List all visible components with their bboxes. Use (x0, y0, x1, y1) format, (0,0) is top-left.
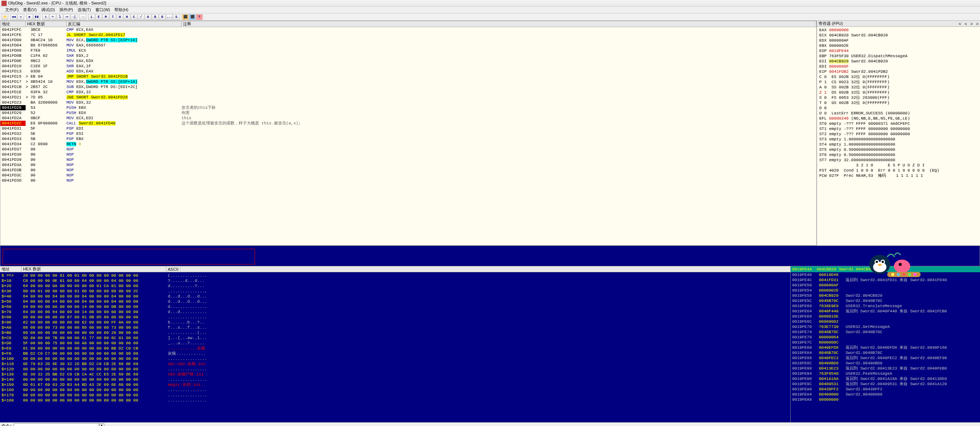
tb-callstack[interactable]: K (145, 14, 151, 20)
disasm-row[interactable]: 0041FCFC 3BC8CMP ECX,EAX (0, 27, 816, 32)
disasm-row[interactable]: 0041FD1E 83FA 32CMP EDX,32 (0, 89, 816, 95)
disasm-row[interactable]: 0041FD04 B8 67666666MOV EAX,66666667 (0, 43, 816, 48)
tb-run-icon[interactable]: ▶ (26, 14, 33, 20)
register-line[interactable]: D 0 (819, 105, 978, 111)
hex-row[interactable]: $+1106E 70 63 2D 6E 30 32 2D BB D2 C0 CB… (2, 361, 789, 367)
hex-row[interactable]: $+1306E 30 32 2D BB D2 C0 CB CA AC CC E5… (2, 372, 789, 377)
disasm-row[interactable]: 0041FD33 5BPOP EBX (0, 136, 816, 142)
register-line[interactable]: ST4 empty 1.0000000000000000000 (819, 142, 978, 147)
tb-stepinto-icon[interactable]: ↴ (42, 14, 49, 20)
stack-row[interactable]: 0019FE740048B70CSword2.0048B70C (792, 329, 978, 335)
tb-traceover-icon[interactable]: ⤻ (64, 14, 70, 20)
tb-handles[interactable]: H (124, 14, 130, 20)
register-line[interactable]: ST5 empty 0.5000000000000000000 (819, 147, 978, 152)
hex-row[interactable]: $+B000 00 00 00 00 00 00 00 00 00 00 00 … (2, 330, 789, 335)
hex-row[interactable]: $+6064 00 00 00 0A 00 00 00 14 00 00 00 … (2, 304, 789, 310)
tb-log[interactable]: L (88, 14, 95, 20)
tb-stepover-icon[interactable]: ↷ (49, 14, 56, 20)
tb-pause-icon[interactable]: ∎∎ (33, 14, 40, 20)
stack-row[interactable]: 0019FE94763F6540USER32.PeekMessageA (792, 371, 978, 376)
stack-row[interactable]: 0019FE4C0041FD31返回到 Sword2.0041FD31 来自 S… (792, 278, 978, 282)
disasm-row[interactable]: 0041FD09 F7E9IMUL ECX (0, 48, 816, 53)
disasm-row[interactable]: 0041FD3C 90NOP (0, 173, 816, 178)
register-line[interactable]: P 1 CS 0023 32位 0(FFFFFFFF) (819, 80, 978, 85)
stack-row[interactable]: 0019FE980041A16A返回到 Sword2.0041A16A 来自 S… (792, 376, 978, 381)
stack-row[interactable]: 0019FE7C0000000C (792, 340, 978, 345)
info-pane[interactable] (0, 246, 980, 266)
disasm-row[interactable]: 0041FD39 90NOP (0, 157, 816, 162)
hex-row[interactable]: $+10000 00 00 00 00 00 00 00 00 00 00 00… (2, 356, 789, 361)
reg-nav-icons[interactable]: < < > > (959, 22, 978, 26)
hex-row[interactable]: $+C05D 00 00 00 7B 00 00 00 61 77 00 00 … (2, 335, 789, 341)
disasm-row[interactable]: 0041FD2C E8 0F000000CALL Sword2.0041FD40… (0, 121, 816, 126)
register-line[interactable]: EDI 0000000F (819, 64, 978, 69)
register-line[interactable]: Z 1 DS 002B 32位 0(FFFFFFFF) (819, 90, 978, 95)
stack-row[interactable]: 0019FE680000016E (792, 314, 978, 319)
register-line[interactable]: C 0 ES 002B 32位 0(FFFFFFFF) (819, 74, 978, 80)
register-line[interactable]: FST 4020 Cond 1 0 0 0 Err 0 0 1 0 0 0 0 … (819, 168, 978, 173)
hex-row[interactable]: $+A066 00 00 00 73 00 00 00 66 00 00 00 … (2, 325, 789, 330)
stack-row[interactable]: 0019FE880040FEC2返回到 Sword2.0040FEC2 来自 S… (792, 356, 978, 361)
menu-window[interactable]: 窗口(W) (95, 7, 110, 13)
disasm-row[interactable]: 0041FD3B 90NOP (0, 168, 816, 173)
hex-row[interactable]: $+16000 00 00 00 00 00 00 00 00 00 00 00… (2, 388, 789, 392)
disasm-row[interactable]: 0041FD17> 8B5424 10MOV EDX,DWORD PTR SS:… (0, 79, 816, 84)
hex-col-addr[interactable]: 地址 (0, 266, 22, 272)
tb-source[interactable]: S (173, 14, 180, 20)
hex-row[interactable]: $+2064 00 00 00 0A 00 00 00 00 00 01 CA … (2, 283, 789, 289)
tb-goto-icon[interactable]: → (80, 14, 86, 20)
disasm-row[interactable]: 0041FD37 90NOP (0, 147, 816, 152)
hex-row[interactable]: $+14000 00 00 00 00 00 00 00 00 00 00 00… (2, 377, 789, 382)
register-line[interactable]: T 0 GS 002B 32位 0(FFFFFFFF) (819, 100, 978, 105)
hex-row[interactable]: $+8000 00 00 00 00 00 07 00 01 0B 05 08 … (2, 314, 789, 320)
stack-row[interactable]: 0019FEA000439FF2Sword2.00439FF2 (792, 387, 978, 392)
hex-row[interactable]: $+12000 00 00 00 00 00 00 00 00 00 00 00… (2, 367, 789, 372)
tb-references[interactable]: R (159, 14, 165, 20)
menu-plugins[interactable]: 插件(P) (59, 7, 73, 13)
tb-traceinto-icon[interactable]: ⤵ (56, 14, 63, 20)
col-hexdata[interactable]: HEX 数据 (25, 21, 67, 27)
hex-row[interactable]: $+18000 00 00 00 00 00 00 00 00 00 00 00… (2, 398, 789, 403)
stack-row[interactable]: 0019FE9C00409531返回到 Sword2.00409531 来自 S… (792, 381, 978, 387)
disasm-row[interactable]: 0041FD00 8B4C24 10MOV ECX,DWORD PTR SS:[… (0, 38, 816, 43)
disasm-row[interactable]: 0041FCFE 7C 17JL SHORT Sword2.0041FD17 (0, 32, 816, 38)
tb-opt3-icon[interactable]: ? (196, 14, 203, 20)
register-line[interactable]: EBP 763F5F30 USER32.DispatchMessageA (819, 53, 978, 59)
hex-row[interactable]: $+10C0 00 00 00 0E 01 00 00 64 00 00 00 … (2, 278, 789, 283)
hex-row[interactable]: $+7064 00 00 00 64 00 00 00 14 00 00 00 … (2, 310, 789, 314)
registers-pane[interactable]: 寄存器 (FPU) < < > > EAX 00000000ECX 004CB9… (817, 21, 980, 246)
disasm-row[interactable]: 0041FD0B C1FA 02SAR EDX,2 (0, 53, 816, 58)
stack-row[interactable]: 0019FEA400400000Sword2.00400000 (792, 392, 978, 397)
tb-windows[interactable]: W (116, 14, 123, 20)
stack-row[interactable]: 0019FE640040F440返回到 Sword2.0040F440 来自 S… (792, 309, 978, 314)
menu-debug[interactable]: 调试(D) (41, 7, 55, 13)
register-line[interactable]: EDX 000000AF (819, 38, 978, 43)
stack-row[interactable]: 0019FE540000002E (792, 288, 978, 293)
hex-row[interactable]: $+5064 00 00 00 64 00 00 00 64 00 00 00 … (2, 299, 789, 304)
hex-row[interactable]: $+9062 00 00 00 00 00 00 00 62 00 00 00 … (2, 320, 789, 325)
stack-row[interactable]: 0019FE7800000064 (792, 335, 978, 340)
register-line[interactable]: ESP 0019FE44 (819, 48, 978, 53)
register-line[interactable]: ESI 004CB920 Sword2.004CB920 (819, 59, 978, 64)
hex-row[interactable]: $ ==>28 00 00 00 00 01 00 01 00 00 00 00… (2, 273, 789, 278)
register-line[interactable]: ST0 empty -??? FFFF 00000371 4A6CFEFC (819, 121, 978, 126)
hex-row[interactable]: $+4064 00 00 00 64 00 00 00 64 00 00 00 … (2, 294, 789, 299)
disasm-row[interactable]: 0041FD31 5FPOP EDI (0, 126, 816, 131)
disassembly-pane[interactable]: 地址 HEX 数据 反汇编 注释 0041FCFC 3BC8CMP ECX,EA… (0, 21, 816, 245)
tb-cpu[interactable]: C (130, 14, 137, 20)
register-line[interactable]: ST7 empty 32.000000000000000000 (819, 158, 978, 163)
register-line[interactable]: O 0 LastErr ERROR_SUCCESS (00000000) (819, 111, 978, 116)
register-line[interactable]: EFL 00000246 (NO,NB,E,BE,NS,PE,GE,LE) (819, 116, 978, 121)
disasm-row[interactable]: 0041FD34 C2 0800RETN 8 (0, 142, 816, 147)
disasm-row[interactable]: 0041FD1B> 2B57 2CSUB EDX,DWORD PTR DS:[E… (0, 84, 816, 89)
tb-threads[interactable]: T (110, 14, 116, 20)
tb-runtrace[interactable]: ... (166, 14, 173, 20)
stack-row[interactable]: 0019FE50000000AF (792, 282, 978, 288)
menu-view[interactable]: 查看(V) (23, 7, 37, 13)
col-comment[interactable]: 注释 (181, 21, 816, 27)
menu-options[interactable]: 选项(T) (78, 7, 91, 13)
hex-col-ascii[interactable]: ASCII (166, 267, 180, 271)
hexdump-body[interactable]: $ ==>28 00 00 00 00 01 00 01 00 00 00 00… (0, 272, 790, 404)
hex-row[interactable]: $+D05F 00 00 00 75 00 00 00 A0 00 00 00 … (2, 341, 789, 346)
tb-close-icon[interactable]: ✕ (18, 14, 24, 20)
